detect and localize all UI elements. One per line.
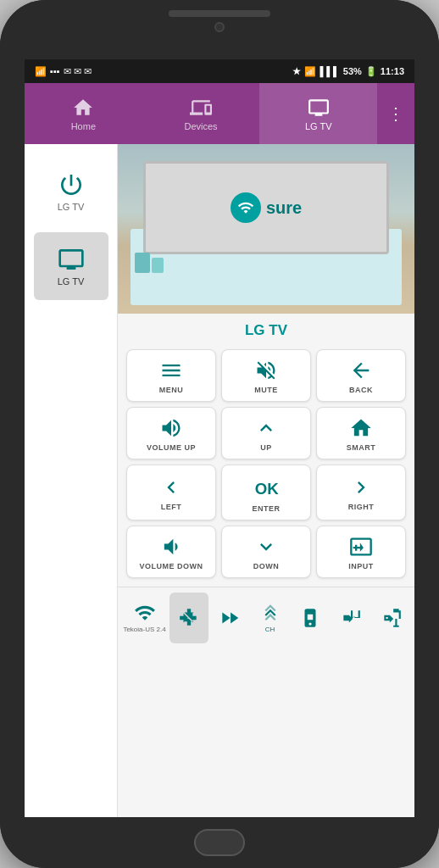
down-label: DOWN	[253, 562, 280, 570]
status-right: ★ 📶 ▌▌▌ 53% 🔋 11:13	[292, 66, 404, 77]
up-icon	[254, 416, 278, 440]
input-label: INPUT	[348, 562, 374, 570]
smart-label: SMART	[347, 443, 376, 452]
nav-devices-label: Devices	[184, 121, 217, 131]
left-icon	[159, 476, 183, 499]
sidebar-tv-item[interactable]: LG TV	[34, 232, 108, 300]
battery-icon: 🔋	[365, 66, 377, 77]
device-title: LG TV	[118, 314, 414, 346]
signal-bars-icon: ▌▌▌	[320, 66, 339, 76]
mute-button[interactable]: MUTE	[221, 349, 311, 402]
input1-icon	[340, 607, 362, 629]
toolbar-wifi[interactable]: Tekoia-US 2.4	[121, 593, 168, 643]
up-label: UP	[260, 443, 272, 452]
devices-icon	[190, 97, 212, 119]
left-button[interactable]: LEFT	[126, 465, 216, 520]
top-navigation: Home Devices LG TV ⋮	[25, 83, 414, 144]
power-icon	[58, 171, 85, 198]
phone-bottom	[0, 817, 439, 868]
toolbar-input1[interactable]	[331, 593, 370, 643]
volume-up-button[interactable]: VOLUME UP	[126, 407, 216, 459]
right-panel: sure LG TV MENU	[118, 144, 414, 817]
svg-text:OK: OK	[255, 480, 280, 498]
nav-lgtv[interactable]: LG TV	[259, 83, 377, 144]
nav-home-label: Home	[71, 121, 96, 131]
toolbar-fastforward[interactable]	[210, 593, 249, 643]
sure-logo: sure	[231, 192, 302, 223]
wifi-toolbar-icon	[134, 602, 156, 624]
menu-button[interactable]: MENU	[126, 349, 216, 402]
menu-icon	[159, 359, 183, 382]
wifi-status-icon: 📶	[35, 66, 47, 77]
time-display: 11:13	[381, 66, 404, 76]
smart-icon	[349, 416, 373, 440]
sidebar-tv-icon	[58, 246, 85, 273]
phone-screen: 📶 ▪▪▪ ✉ ✉ ✉ ★ 📶 ▌▌▌ 53% 🔋 11:13 Home	[25, 59, 414, 817]
ok-icon: OK	[253, 474, 280, 501]
nav-more-button[interactable]: ⋮	[377, 83, 414, 144]
home-icon	[72, 97, 94, 119]
main-content: LG TV LG TV	[25, 144, 414, 817]
wifi-network-label: Tekoia-US 2.4	[123, 626, 165, 633]
volume-up-icon	[159, 416, 183, 440]
shelf-deco-1	[135, 253, 150, 273]
menu-label: MENU	[159, 386, 184, 394]
ok-button[interactable]: OK ENTER	[221, 465, 311, 520]
sidebar-tv-label: LG TV	[58, 276, 85, 287]
tv-display-frame: sure	[143, 161, 389, 254]
volume-down-icon	[159, 535, 183, 559]
speaker	[169, 10, 270, 17]
mute-icon	[254, 359, 278, 382]
camera	[214, 22, 225, 32]
back-icon	[349, 359, 373, 382]
volume-up-label: VOLUME UP	[147, 443, 196, 452]
back-button[interactable]: BACK	[316, 349, 406, 402]
up-button[interactable]: UP	[221, 407, 311, 459]
dpad-icon	[178, 607, 200, 629]
back-label: BACK	[349, 386, 373, 394]
right-icon	[349, 476, 373, 499]
left-label: LEFT	[161, 503, 182, 511]
sidebar-power-label: LG TV	[58, 202, 85, 212]
input2-icon	[381, 607, 403, 629]
wifi-signal-icon: 📶	[304, 66, 316, 77]
sidebar-power-item[interactable]: LG TV	[34, 158, 108, 225]
bluetooth-icon: ★	[292, 66, 301, 77]
input-button[interactable]: INPUT	[316, 526, 406, 578]
right-label: RIGHT	[348, 503, 375, 511]
ch-label: CH	[265, 626, 275, 633]
mute-label: MUTE	[254, 386, 278, 394]
nav-home[interactable]: Home	[25, 83, 142, 144]
status-left-icons: 📶 ▪▪▪ ✉ ✉ ✉	[35, 66, 92, 77]
home-button[interactable]	[194, 829, 245, 856]
ok-label: ENTER	[252, 504, 280, 513]
remote-control-grid: MENU MUTE BACK	[118, 346, 414, 587]
signal-icon: ▪▪▪	[50, 66, 60, 76]
toolbar-input2[interactable]	[372, 593, 411, 643]
notification-icons: ✉ ✉ ✉	[64, 66, 92, 77]
volume-down-label: VOLUME DOWN	[140, 562, 203, 570]
status-bar: 📶 ▪▪▪ ✉ ✉ ✉ ★ 📶 ▌▌▌ 53% 🔋 11:13	[25, 59, 414, 83]
battery-text: 53%	[343, 66, 362, 76]
sure-icon	[231, 192, 261, 223]
tv-icon	[308, 97, 330, 119]
nav-lgtv-label: LG TV	[305, 121, 332, 131]
down-icon	[254, 535, 278, 559]
right-button[interactable]: RIGHT	[316, 465, 406, 520]
volume-down-button[interactable]: VOLUME DOWN	[126, 526, 216, 578]
input-icon	[349, 535, 373, 559]
ch-icon	[259, 602, 281, 624]
phone-frame: 📶 ▪▪▪ ✉ ✉ ✉ ★ 📶 ▌▌▌ 53% 🔋 11:13 Home	[0, 0, 439, 868]
bottom-toolbar: Tekoia-US 2.4	[118, 587, 414, 648]
remote-icon	[299, 607, 321, 629]
sidebar: LG TV LG TV	[25, 144, 118, 817]
down-button[interactable]: DOWN	[221, 526, 311, 578]
toolbar-dpad[interactable]	[169, 593, 208, 643]
phone-top	[0, 0, 439, 59]
fastforward-icon	[219, 607, 241, 629]
nav-devices[interactable]: Devices	[142, 83, 260, 144]
shelf-deco-2	[152, 258, 164, 273]
toolbar-remote[interactable]	[291, 593, 330, 643]
smart-button[interactable]: SMART	[316, 407, 406, 459]
toolbar-ch[interactable]: CH	[251, 593, 290, 643]
